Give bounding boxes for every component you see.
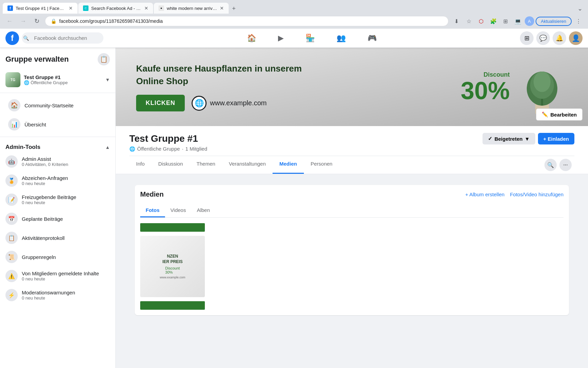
media-thumbnail-green-1[interactable] <box>140 223 205 232</box>
admin-assist-label: Admin Assist <box>22 156 110 162</box>
sidebar-group-type: 🌐 Öffentliche Gruppe <box>24 80 102 85</box>
tab-title-3: white modern new arrival watc... <box>167 6 217 11</box>
fb-header: f 🔍 🏠 ▶ 🏪 👥 🎮 ⊞ 💬 🔔 👤 <box>0 29 588 48</box>
admin-nav-gruppenregeln[interactable]: 📜 Gruppenregeln <box>0 247 115 266</box>
website-link: 🌐 www.example.com <box>192 96 267 111</box>
nav-gaming-button[interactable]: 🎮 <box>358 30 386 46</box>
url-bar[interactable]: 🔒 facebook.com/groups/1187626598741303/m… <box>45 16 448 26</box>
forward-button[interactable]: → <box>18 16 29 27</box>
grid-icon-btn[interactable]: ⊞ <box>520 31 534 45</box>
device-icon[interactable]: 💻 <box>512 16 523 27</box>
tab-info[interactable]: Info <box>129 156 151 174</box>
fb-nav-center: 🏠 ▶ 🏪 👥 🎮 <box>103 30 520 46</box>
admin-nav-geplante[interactable]: 📅 Geplante Beiträge <box>0 209 115 228</box>
admin-assist-sub: 0 Aktivitäten, 0 Kriterien <box>22 162 110 167</box>
search-input[interactable] <box>22 32 103 44</box>
tab-close-1[interactable]: ✕ <box>69 5 73 11</box>
bearbeiten-button[interactable]: ✏️ Bearbeiten <box>536 108 583 121</box>
gemeldete-icon: ⚠️ <box>5 270 18 282</box>
adblock-icon[interactable]: ⬡ <box>476 16 487 27</box>
media-section: Medien + Album erstellen Fotos/Video hin… <box>135 185 569 315</box>
admin-nav-moderationswarnungen[interactable]: ⚡ Moderationswarnungen 0 neu heute <box>0 286 115 305</box>
media-tab-alben[interactable]: Alben <box>191 204 215 217</box>
media-tab-fotos[interactable]: Fotos <box>140 204 165 217</box>
admin-nav-freizugebende[interactable]: 📝 Freizugebende Beiträge 0 neu heute <box>0 190 115 209</box>
tab-close-3[interactable]: ✕ <box>220 5 224 11</box>
add-media-link[interactable]: Fotos/Video hinzufügen <box>510 191 564 197</box>
admin-tools-title: Admin-Tools <box>5 144 40 151</box>
fb-logo[interactable]: f <box>5 31 19 45</box>
media-thumbnail-photo[interactable]: NZENIER PREIS Discount30% www.example.co… <box>140 236 205 297</box>
admin-nav-admin-assist[interactable]: 🤖 Admin Assist 0 Aktivitäten, 0 Kriterie… <box>0 152 115 171</box>
globe-icon-large: 🌐 <box>192 96 207 111</box>
nav-groups-button[interactable]: 👥 <box>327 30 355 46</box>
browser-tab-1[interactable]: f Test Gruppe #1 | Facebook ✕ <box>3 3 78 14</box>
moderationswarnungen-sub: 0 neu heute <box>22 295 110 301</box>
group-header-actions: ✓ Beigetreten ▼ + Einladen <box>483 133 574 144</box>
beigetreten-button[interactable]: ✓ Beigetreten ▼ <box>483 133 535 144</box>
banner-text-area: Kaufe unsere Hauspflanzen in unserem Onl… <box>136 62 451 111</box>
browser-tab-2[interactable]: C Search Facebook Ad - Canva ✕ <box>78 3 153 14</box>
tab-medien[interactable]: Medien <box>273 156 304 174</box>
tab-extra-menu[interactable]: ⌄ <box>575 3 585 14</box>
sidebar-manage-icon-btn[interactable]: 📋 <box>98 53 110 65</box>
user-avatar[interactable]: 👤 <box>569 31 583 45</box>
tab-diskussion[interactable]: Diskussion <box>151 156 190 174</box>
back-button[interactable]: ← <box>4 16 15 27</box>
new-tab-button[interactable]: + <box>229 4 239 14</box>
group-header: Test Gruppe #1 ✓ Beigetreten ▼ + Einlade… <box>116 126 588 174</box>
group-public-text: Öffentliche Gruppe <box>137 146 180 152</box>
admin-nav-abzeichen[interactable]: 🏅 Abzeichen-Anfragen 0 neu heute <box>0 171 115 190</box>
group-name-row: Test Gruppe #1 ✓ Beigetreten ▼ + Einlade… <box>129 133 574 144</box>
sidebar-group-name: Test Gruppe #1 <box>24 74 102 80</box>
sidebar-divider-2 <box>0 137 115 137</box>
notifications-icon-btn[interactable]: 🔔 <box>553 31 566 45</box>
admin-tools-chevron-icon[interactable]: ▲ <box>105 144 110 150</box>
tab-themen[interactable]: Themen <box>190 156 222 174</box>
group-info: Test Gruppe #1 🌐 Öffentliche Gruppe <box>24 74 102 85</box>
more-menu-icon[interactable]: ⋮ <box>573 16 584 27</box>
banner-subtitle: Online Shop <box>136 76 451 87</box>
tab-favicon-1: f <box>7 5 13 11</box>
lock-icon: 🔒 <box>51 18 56 24</box>
download-icon[interactable]: ⬇ <box>451 16 462 27</box>
cta-klicken-button[interactable]: KLICKEN <box>136 95 185 111</box>
fb-nav-right: ⊞ 💬 🔔 👤 <box>520 31 583 45</box>
sidebar-group-item[interactable]: TG Test Gruppe #1 🌐 Öffentliche Gruppe ▼ <box>0 70 115 90</box>
geplante-label: Geplante Beiträge <box>22 216 110 222</box>
grid-icon[interactable]: ⊞ <box>500 16 511 27</box>
sidebar-nav-overview[interactable]: 📊 Übersicht <box>3 115 113 134</box>
browser-tab-3[interactable]: ● white modern new arrival watc... ✕ <box>154 3 229 14</box>
nav-home-button[interactable]: 🏠 <box>238 30 266 46</box>
aktivitaeten-label: Aktivitätenprotokoll <box>22 235 110 241</box>
nav-video-button[interactable]: ▶ <box>268 30 293 46</box>
tab-more-button[interactable]: ··· <box>559 159 572 171</box>
album-create-link[interactable]: + Album erstellen <box>465 191 504 197</box>
tab-veranstaltungen[interactable]: Veranstaltungen <box>222 156 273 174</box>
nav-shop-button[interactable]: 🏪 <box>296 30 324 46</box>
svg-rect-4 <box>541 99 543 106</box>
cover-banner: Kaufe unsere Hauspflanzen in unserem Onl… <box>116 48 588 126</box>
messenger-icon-btn[interactable]: 💬 <box>536 31 550 45</box>
sidebar-nav-overview-label: Übersicht <box>24 122 46 127</box>
extensions-icon[interactable]: 🧩 <box>488 16 499 27</box>
media-thumbnail-green-2[interactable] <box>140 301 205 310</box>
admin-nav-gemeldete[interactable]: ⚠️ Von Mitgliedern gemeldete Inhalte 0 n… <box>0 266 115 286</box>
svg-point-3 <box>534 72 551 92</box>
address-bar: ← → ↻ 🔒 facebook.com/groups/118762659874… <box>0 14 588 29</box>
tab-close-2[interactable]: ✕ <box>144 5 148 11</box>
tab-bar: f Test Gruppe #1 | Facebook ✕ C Search F… <box>0 0 588 14</box>
update-button[interactable]: Aktualisieren <box>536 17 572 26</box>
media-content-area: Medien + Album erstellen Fotos/Video hin… <box>116 174 588 326</box>
admin-nav-aktivitaeten[interactable]: 📋 Aktivitätenprotokoll <box>0 228 115 247</box>
tab-personen[interactable]: Personen <box>304 156 339 174</box>
refresh-button[interactable]: ↻ <box>31 16 42 27</box>
abzeichen-icon: 🏅 <box>5 174 18 187</box>
tab-search-button[interactable]: 🔍 <box>544 159 557 171</box>
media-tab-videos[interactable]: Videos <box>165 204 192 217</box>
bookmark-icon[interactable]: ☆ <box>463 16 474 27</box>
sidebar-nav-community[interactable]: 🏠 Community-Startseite <box>3 96 113 115</box>
profile-icon[interactable]: A <box>525 16 534 26</box>
einladen-button[interactable]: + Einladen <box>538 133 574 144</box>
sidebar-title: Gruppe verwalten <box>5 55 69 64</box>
